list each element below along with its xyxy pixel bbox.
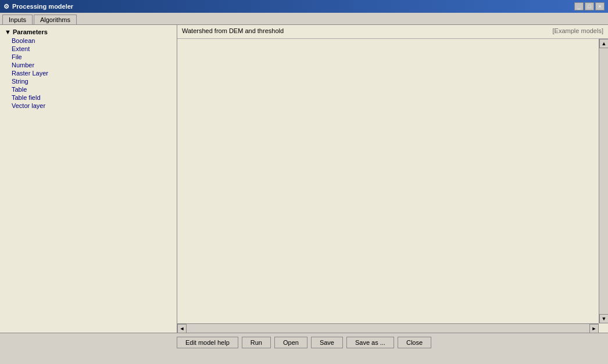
- open-button[interactable]: Open: [274, 337, 307, 348]
- scroll-up-button[interactable]: ▲: [599, 39, 608, 48]
- maximize-button[interactable]: □: [585, 2, 594, 10]
- sidebar-group-parameters: ▼ Parameters: [2, 27, 174, 37]
- edit-model-help-button[interactable]: Edit model help: [177, 337, 238, 348]
- tab-algorithms[interactable]: Algorithms: [34, 15, 77, 24]
- title-bar-left: ⚙ Processing modeler: [3, 3, 73, 10]
- scrollbar-horizontal[interactable]: ◄ ►: [177, 323, 599, 333]
- window-title: Processing modeler: [12, 3, 73, 10]
- sidebar: ▼ Parameters Boolean Extent File Number …: [0, 25, 177, 333]
- sidebar-item-vector-layer[interactable]: Vector layer: [2, 102, 174, 110]
- save-button[interactable]: Save: [311, 337, 343, 348]
- minimize-button[interactable]: _: [574, 2, 584, 10]
- app-icon: ⚙: [3, 3, 9, 10]
- title-bar: ⚙ Processing modeler _ □ ×: [0, 0, 608, 13]
- scroll-down-button[interactable]: ▼: [599, 314, 608, 323]
- sidebar-item-extent[interactable]: Extent: [2, 45, 174, 53]
- scrollbar-vertical[interactable]: ▲ ▼: [599, 39, 608, 323]
- tab-inputs[interactable]: Inputs: [2, 15, 33, 24]
- scroll-left-button[interactable]: ◄: [177, 324, 187, 333]
- title-bar-controls[interactable]: _ □ ×: [574, 2, 605, 10]
- sidebar-item-boolean[interactable]: Boolean: [2, 37, 174, 45]
- canvas-tag: [Example models]: [548, 25, 608, 38]
- sidebar-item-number[interactable]: Number: [2, 61, 174, 69]
- expand-icon: ▼: [5, 28, 13, 35]
- close-bottom-button[interactable]: Close: [398, 337, 431, 348]
- scroll-right-button[interactable]: ►: [589, 324, 599, 333]
- tab-bar: Inputs Algorithms: [0, 13, 608, 25]
- sidebar-item-raster-layer[interactable]: Raster Layer: [2, 69, 174, 77]
- content-area: ▼ Parameters Boolean Extent File Number …: [0, 25, 608, 333]
- sidebar-item-file[interactable]: File: [2, 53, 174, 61]
- canvas-header: Watershed from DEM and threshold [Exampl…: [177, 25, 608, 39]
- sidebar-item-table-field[interactable]: Table field: [2, 93, 174, 102]
- save-as-button[interactable]: Save as ...: [346, 337, 394, 348]
- run-button[interactable]: Run: [242, 337, 271, 348]
- canvas-title: Watershed from DEM and threshold: [177, 25, 548, 38]
- bottom-bar: Edit model help Run Open Save Save as ..…: [0, 333, 608, 351]
- sidebar-item-string[interactable]: String: [2, 77, 174, 85]
- close-button[interactable]: ×: [595, 2, 605, 10]
- canvas-area: Watershed from DEM and threshold [Exampl…: [177, 25, 608, 333]
- canvas-scroll-container: ✚ DEM ✕ ✎ In ⊞: [177, 39, 608, 333]
- sidebar-item-table[interactable]: Table: [2, 85, 174, 93]
